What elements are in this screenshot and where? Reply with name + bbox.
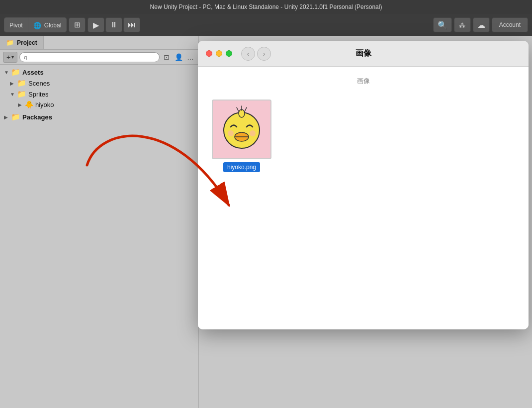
tree-item-assets[interactable]: ▼ 📁 Assets xyxy=(0,67,198,78)
particle-icon: ⁂ xyxy=(459,21,465,29)
packages-arrow-icon: ▶ xyxy=(4,114,9,120)
main-content: 📁 Project + ▾ ⊡ 👤 … ▼ 📁 Assets xyxy=(0,36,532,408)
cloud-icon: ☁ xyxy=(477,20,485,30)
toolbar-right: 🔍 ⁂ ☁ Account xyxy=(433,17,528,32)
global-label: Global xyxy=(44,22,62,29)
finder-nav: ‹ › xyxy=(241,47,271,61)
file-name-label: hiyoko.png xyxy=(223,162,260,172)
account-button[interactable]: Account xyxy=(492,17,528,32)
packages-folder-icon: 📁 xyxy=(11,112,20,121)
finder-titlebar: ‹ › 画像 xyxy=(198,41,529,67)
cloud-button[interactable]: ☁ xyxy=(473,17,490,32)
project-tab-label: Project xyxy=(17,39,37,46)
close-button[interactable] xyxy=(206,50,212,57)
global-button[interactable]: 🌐 Global xyxy=(28,18,67,32)
hiyoko-label: hiyoko xyxy=(35,101,54,108)
search-button[interactable]: 🔍 xyxy=(433,17,452,32)
scenes-label: Scenes xyxy=(28,80,50,87)
pause-button[interactable]: ⏸ xyxy=(105,17,122,32)
maximize-button[interactable] xyxy=(226,50,232,57)
minimize-button[interactable] xyxy=(216,50,222,57)
folder-tab-icon: 📁 xyxy=(6,39,14,46)
pause-icon: ⏸ xyxy=(110,20,118,29)
hiyoko-arrow-icon: ▶ xyxy=(18,102,23,107)
file-item-hiyoko[interactable]: hiyoko.png xyxy=(208,96,275,176)
traffic-lights xyxy=(206,50,232,57)
search-input[interactable] xyxy=(19,52,160,62)
svg-point-9 xyxy=(250,130,256,136)
nav-forward-button[interactable]: › xyxy=(257,47,271,61)
transform-button[interactable]: ⊞ xyxy=(69,17,86,32)
project-tab[interactable]: 📁 Project xyxy=(0,36,44,49)
tree-item-sprites[interactable]: ▼ 📁 Sprites xyxy=(0,89,198,100)
svg-point-1 xyxy=(224,112,260,148)
account-label: Account xyxy=(499,21,521,28)
title-bar-text: New Unity Project - PC, Mac & Linux Stan… xyxy=(150,3,382,10)
add-icon: + xyxy=(6,54,10,61)
panel-tab-bar: 📁 Project xyxy=(0,36,198,50)
tree-item-packages[interactable]: ▶ 📁 Packages xyxy=(0,111,198,122)
pivot-label: Pivot xyxy=(9,22,23,29)
sprites-label: Sprites xyxy=(28,91,48,98)
sprites-folder-icon: 📁 xyxy=(17,90,26,99)
assets-label: Assets xyxy=(22,69,44,76)
scenes-folder-icon: 📁 xyxy=(17,79,26,88)
scenes-arrow-icon: ▶ xyxy=(10,81,15,86)
assets-arrow-icon: ▼ xyxy=(4,70,9,75)
tree-item-scenes[interactable]: ▶ 📁 Scenes xyxy=(0,78,198,89)
panel-toolbar: + ▾ ⊡ 👤 … xyxy=(0,50,198,65)
filter-icon[interactable]: 👤 xyxy=(174,52,183,62)
title-bar: New Unity Project - PC, Mac & Linux Stan… xyxy=(0,0,532,14)
playback-controls: ▶ ⏸ ⏭ xyxy=(88,17,140,32)
more-icon[interactable]: … xyxy=(185,52,195,62)
play-button[interactable]: ▶ xyxy=(88,17,104,32)
packages-label: Packages xyxy=(22,113,52,121)
finder-title: 画像 xyxy=(355,48,371,59)
add-arrow-icon: ▾ xyxy=(11,54,14,60)
unity-toolbar: Pivot 🌐 Global ⊞ ▶ ⏸ ⏭ 🔍 ⁂ ☁ xyxy=(0,14,532,36)
hiyoko-file-icon: 🐥 xyxy=(25,101,33,108)
finder-path: 画像 xyxy=(208,77,519,86)
particle-button[interactable]: ⁂ xyxy=(454,17,471,32)
hiyoko-svg xyxy=(217,104,266,154)
nav-forward-icon: › xyxy=(263,50,266,58)
file-tree: ▼ 📁 Assets ▶ 📁 Scenes ▼ 📁 Sprites ▶ 🐥 hi… xyxy=(0,65,198,408)
search-icon: 🔍 xyxy=(438,20,447,30)
svg-point-8 xyxy=(228,130,234,136)
assets-folder-icon: 📁 xyxy=(11,68,20,77)
file-thumbnail xyxy=(212,100,271,159)
project-panel: 📁 Project + ▾ ⊡ 👤 … ▼ 📁 Assets xyxy=(0,36,199,408)
add-button[interactable]: + ▾ xyxy=(3,52,17,63)
finder-window: ‹ › 画像 画像 xyxy=(198,41,529,329)
transform-icon: ⊞ xyxy=(74,20,81,29)
layout-icon[interactable]: ⊡ xyxy=(162,52,172,62)
step-icon: ⏭ xyxy=(128,20,136,29)
play-icon: ▶ xyxy=(93,20,99,30)
sprites-arrow-icon: ▼ xyxy=(10,92,15,97)
finder-body: 画像 xyxy=(198,67,529,329)
nav-back-icon: ‹ xyxy=(247,50,250,58)
pivot-button[interactable]: Pivot xyxy=(4,18,28,32)
pivot-global-group: Pivot 🌐 Global xyxy=(4,17,67,32)
tree-item-hiyoko[interactable]: ▶ 🐥 hiyoko xyxy=(0,100,198,109)
step-button[interactable]: ⏭ xyxy=(123,17,140,32)
nav-back-button[interactable]: ‹ xyxy=(241,47,255,61)
